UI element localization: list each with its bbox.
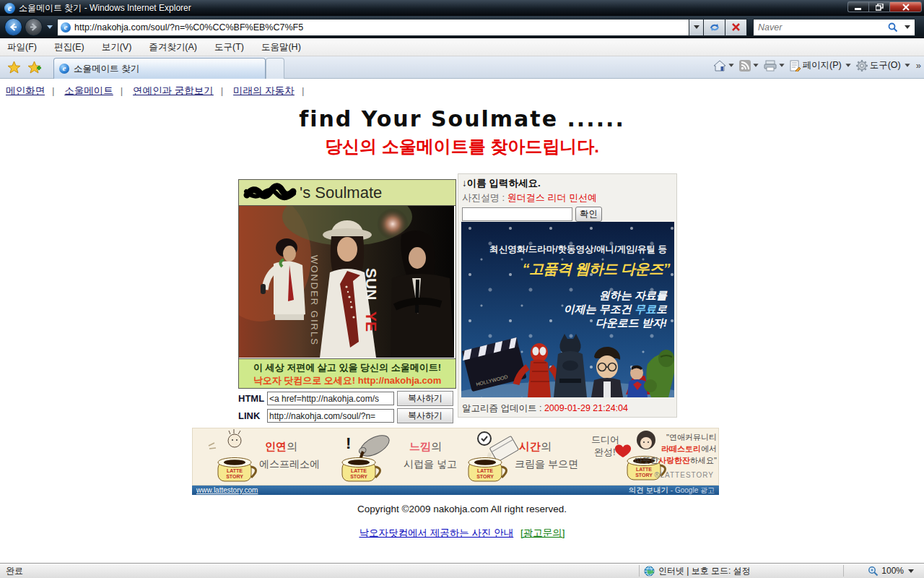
search-box[interactable] [753, 19, 915, 36]
heading-english: find Your Soulmate ...... [0, 106, 924, 131]
photo-description-label: 사진설명 : [462, 192, 507, 203]
lattestory-url[interactable]: www.lattestory.com [196, 486, 258, 494]
webhard-ad-banner[interactable]: 최신영화/드라마/핫동영상/애니/게임/유틸 등 “고품격 웹하드 다운즈” 원… [461, 222, 674, 397]
zoom-level: 100% [881, 566, 904, 576]
nav-link-main[interactable]: 메인화면 [6, 85, 45, 96]
ie-logo-icon: e [4, 3, 15, 14]
toolbar-overflow-chevron[interactable]: » [916, 60, 921, 71]
ad-inquiry-link[interactable]: [광고문의] [520, 527, 565, 538]
svg-text:라떼스토리에서: 라떼스토리에서 [661, 444, 717, 453]
refresh-button[interactable] [704, 19, 725, 36]
zoom-dropdown-icon[interactable] [908, 569, 914, 573]
svg-text:크림을 부으면: 크림을 부으면 [515, 458, 578, 470]
html-copy-row: HTML 복사하기 [238, 391, 456, 406]
tab-bar: e 소울메이트 찾기 페이지(P) 도 [0, 56, 924, 79]
print-dropdown-icon[interactable] [779, 64, 784, 67]
tab-soulmate[interactable]: e 소울메이트 찾기 [53, 58, 266, 79]
ad-feedback-link[interactable]: 의견 보내기 [629, 486, 668, 494]
zone-text: 인터넷 | 보호 모드: 설정 [658, 565, 751, 577]
page-button[interactable]: 페이지(P) [790, 59, 851, 72]
search-input[interactable] [754, 22, 887, 33]
tab-label: 소울메이트 찾기 [74, 63, 139, 75]
nav-link-future-car[interactable]: 미래의 자동차 [233, 85, 295, 96]
title-bar: e 소울메이트 찾기 - Windows Internet Explorer [0, 0, 924, 16]
menu-file[interactable]: 파일(F) [7, 41, 37, 53]
add-favorite-icon[interactable] [26, 61, 42, 75]
home-button[interactable] [713, 60, 734, 72]
status-text: 완료 [0, 565, 635, 577]
stop-button[interactable] [725, 19, 747, 36]
page-content: 메인화면| 소울메이트| 연예인과 궁합보기| 미래의 자동차| find Yo… [0, 79, 924, 563]
lattestory-bottom-bar: www.lattestory.com 의견 보내기 - Google 광고 [192, 486, 719, 495]
ad-line3b-highlight: 무료 [635, 303, 656, 315]
menu-edit[interactable]: 편집(E) [54, 41, 84, 53]
latte-woman-icon [637, 431, 655, 449]
svg-text:"연애커뮤니티: "연애커뮤니티 [666, 433, 717, 441]
minimize-button[interactable] [847, 1, 868, 12]
svg-text:드디어: 드디어 [591, 434, 619, 445]
caption-line2: 낙오자 닷컴으로 오세요! http://nakohja.com [239, 374, 456, 387]
lattestory-banner[interactable]: LATTE STORY 인연의 에스프레소에 ! [192, 428, 719, 495]
internet-globe-icon [644, 566, 655, 577]
zoom-control[interactable]: 100% [848, 566, 924, 577]
link-label: LINK [238, 410, 267, 421]
svg-text:®LATTESTORY: ®LATTESTORY [654, 471, 714, 479]
favorites-star-icon[interactable] [6, 61, 22, 75]
card-title-suffix: 's Soulmate [300, 184, 382, 202]
browser-window: e 소울메이트 찾기 - Windows Internet Explorer e [0, 0, 924, 578]
forward-button[interactable] [25, 18, 43, 36]
print-button[interactable] [764, 60, 785, 72]
tools-dropdown-icon[interactable] [905, 64, 910, 67]
name-input[interactable] [462, 207, 572, 221]
menu-favorites[interactable]: 즐겨찾기(A) [149, 41, 197, 53]
soulmate-card: 's Soulmate [238, 179, 456, 423]
link-copy-row: LINK 복사하기 [238, 408, 456, 423]
confirm-button[interactable]: 확인 [575, 207, 602, 222]
menu-help[interactable]: 도움말(H) [261, 41, 301, 53]
link-copy-button[interactable]: 복사하기 [397, 408, 453, 423]
photo-description-value: 원더걸스 리더 민선예 [507, 192, 597, 203]
site-nav: 메인화면| 소울메이트| 연예인과 궁합보기| 미래의 자동차| [6, 85, 311, 98]
nav-link-celebrity[interactable]: 연예인과 궁합보기 [133, 85, 214, 96]
svg-text:따뜻한사랑한잔하세요": 따뜻한사랑한잔하세요" [635, 456, 717, 465]
address-dropdown-button[interactable] [689, 19, 704, 36]
ad-heroes-art: HOLLYWOOD [461, 325, 674, 397]
photo-description: 사진설명 : 원더걸스 리더 민선예 [462, 191, 674, 204]
back-button[interactable] [4, 18, 22, 36]
harry-potter-figure [591, 347, 623, 397]
card-title: 's Soulmate [238, 179, 456, 206]
home-dropdown-icon[interactable] [728, 64, 733, 67]
card-caption: 이 세상 저편에 살고 있을 당신의 소울메이트! 낙오자 닷컴으로 오세요! … [238, 359, 456, 389]
caption-line1: 이 세상 저편에 살고 있을 당신의 소울메이트! [239, 361, 456, 374]
html-label: HTML [238, 393, 267, 404]
photo-info-link[interactable]: 낙오자닷컴에서 제공하는 사진 안내 [359, 527, 513, 538]
search-options-dropdown-icon[interactable] [905, 25, 910, 29]
search-icon[interactable] [887, 22, 899, 33]
html-code-input[interactable] [267, 392, 394, 405]
tools-button[interactable]: 도구(O) [856, 59, 910, 72]
nav-link-soulmate[interactable]: 소울메이트 [64, 85, 113, 96]
close-button[interactable] [889, 1, 922, 12]
feeds-dropdown-icon[interactable] [753, 64, 758, 67]
ad-line3a: 원하는 자료를 [599, 289, 667, 301]
ad-line3: 원하는 자료를 이제는 무조건 무료로 다운로드 받자! [564, 288, 667, 329]
new-tab-stub[interactable] [266, 58, 284, 79]
clock-check-icon [478, 432, 491, 445]
lattestory-art: LATTE STORY 인연의 에스프레소에 ! [192, 428, 719, 486]
nav-separator: | [52, 85, 55, 96]
nav-separator: | [121, 85, 123, 96]
menu-view[interactable]: 보기(V) [102, 41, 132, 53]
zoom-magnifier-icon [868, 566, 879, 577]
address-url[interactable]: http://nakohja.com/soul/?n=%C0%CC%BF%EB%… [74, 22, 303, 33]
recent-pages-dropdown-icon[interactable] [47, 25, 53, 29]
address-bar[interactable]: e http://nakohja.com/soul/?n=%C0%CC%BF%E… [57, 19, 689, 36]
menu-tools[interactable]: 도구(T) [214, 41, 244, 53]
ad-line1: 최신영화/드라마/핫동영상/애니/게임/유틸 등 [461, 243, 667, 256]
feeds-button[interactable] [739, 60, 759, 72]
page-dropdown-icon[interactable] [845, 64, 850, 67]
html-copy-button[interactable]: 복사하기 [397, 391, 453, 406]
soulmate-photo: WONDER GIRLS SUN YE [238, 206, 456, 359]
footer-links: 낙오자닷컴에서 제공하는 사진 안내 [광고문의] [0, 527, 924, 540]
link-url-input[interactable] [267, 409, 394, 423]
restore-button[interactable] [868, 1, 889, 12]
